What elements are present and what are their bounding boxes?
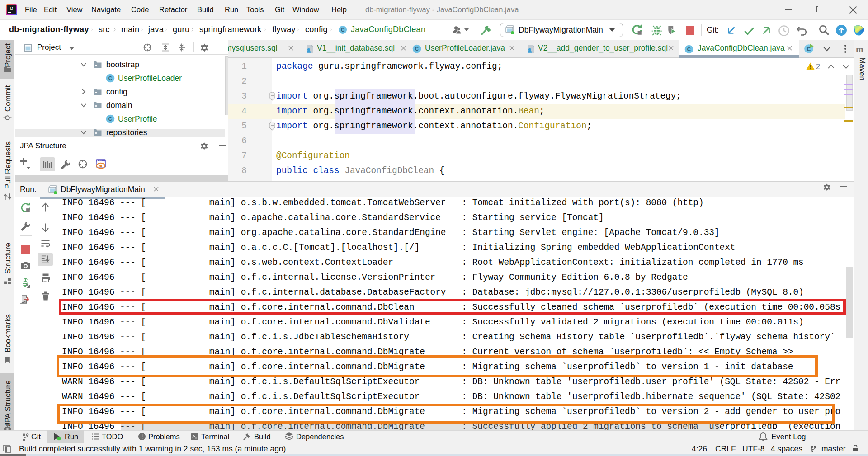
svg-text:C: C: [415, 46, 419, 52]
svg-text:C: C: [108, 75, 112, 81]
svg-text:C: C: [687, 47, 691, 52]
svg-text:C: C: [108, 116, 112, 122]
svg-text:C: C: [341, 27, 344, 33]
svg-text:IJ: IJ: [10, 6, 13, 11]
